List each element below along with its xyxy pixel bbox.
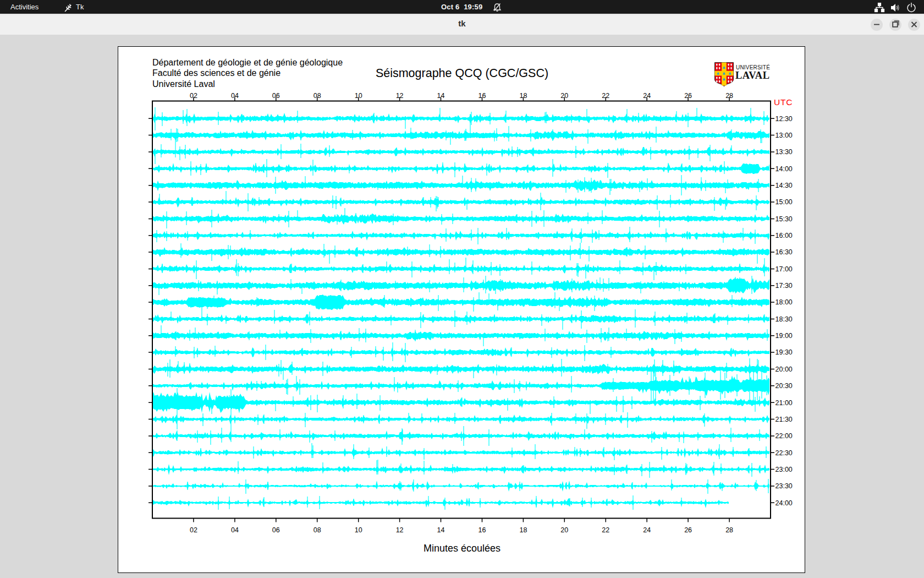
svg-text:19:00: 19:00: [776, 332, 793, 340]
svg-text:23:00: 23:00: [776, 466, 793, 473]
svg-text:24: 24: [643, 526, 651, 534]
svg-text:28: 28: [725, 92, 733, 100]
svg-text:18:30: 18:30: [776, 315, 793, 323]
svg-text:20: 20: [560, 92, 568, 100]
svg-text:17:00: 17:00: [776, 265, 793, 273]
svg-text:14: 14: [437, 526, 445, 534]
svg-text:24: 24: [643, 92, 651, 100]
svg-text:12: 12: [396, 92, 404, 100]
svg-text:04: 04: [231, 526, 239, 534]
svg-text:22:00: 22:00: [776, 432, 793, 440]
svg-text:14:00: 14:00: [776, 165, 793, 173]
svg-text:22: 22: [602, 526, 609, 534]
svg-text:13:00: 13:00: [776, 132, 793, 139]
svg-text:16: 16: [479, 526, 486, 534]
svg-text:20: 20: [560, 526, 568, 534]
svg-text:23:30: 23:30: [776, 482, 793, 490]
svg-text:19:30: 19:30: [776, 348, 793, 356]
svg-text:10: 10: [355, 526, 362, 534]
svg-text:UTC: UTC: [774, 97, 793, 107]
svg-text:17:30: 17:30: [776, 282, 793, 290]
svg-text:06: 06: [272, 526, 280, 534]
svg-text:10: 10: [355, 92, 362, 100]
svg-text:14: 14: [437, 92, 445, 100]
svg-text:15:30: 15:30: [776, 215, 793, 223]
svg-text:20:30: 20:30: [776, 382, 793, 390]
svg-text:24:00: 24:00: [776, 499, 793, 507]
svg-text:06: 06: [272, 92, 280, 100]
svg-text:12:30: 12:30: [776, 115, 793, 123]
svg-text:04: 04: [231, 92, 239, 100]
svg-text:08: 08: [314, 526, 321, 534]
svg-text:16:00: 16:00: [776, 232, 793, 239]
svg-text:15:00: 15:00: [776, 198, 793, 206]
svg-text:13:30: 13:30: [776, 148, 793, 156]
svg-text:12: 12: [396, 526, 404, 534]
svg-text:14:30: 14:30: [776, 182, 793, 189]
svg-text:26: 26: [684, 526, 692, 534]
svg-text:20:00: 20:00: [776, 366, 793, 373]
svg-text:22:30: 22:30: [776, 449, 793, 457]
svg-text:22: 22: [602, 92, 609, 100]
svg-text:16:30: 16:30: [776, 248, 793, 256]
svg-text:26: 26: [684, 92, 692, 100]
svg-text:08: 08: [314, 92, 321, 100]
svg-text:21:30: 21:30: [776, 416, 793, 423]
svg-text:16: 16: [479, 92, 486, 100]
svg-text:02: 02: [190, 92, 197, 100]
svg-text:28: 28: [725, 526, 733, 534]
svg-text:21:00: 21:00: [776, 399, 793, 407]
svg-text:18: 18: [519, 526, 527, 534]
svg-text:18:00: 18:00: [776, 298, 793, 306]
svg-text:18: 18: [519, 92, 527, 100]
svg-text:02: 02: [190, 526, 197, 534]
